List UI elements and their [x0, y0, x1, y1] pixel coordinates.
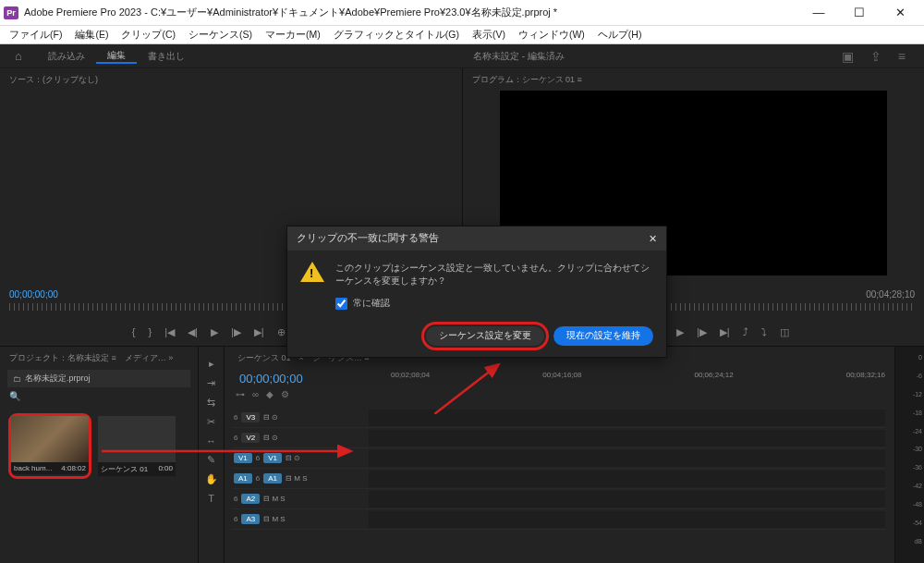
- ruler-mark: 00;08;32;16: [846, 371, 885, 384]
- project-name-row[interactable]: 🗀 名称未設定.prproj: [7, 370, 190, 387]
- marker-icon[interactable]: ◆: [266, 389, 274, 399]
- meter-mark: -12: [913, 391, 922, 398]
- always-confirm-label: 常に確認: [353, 298, 390, 310]
- hand-tool-icon[interactable]: ✋: [205, 473, 218, 485]
- meter-mark: -48: [913, 501, 922, 508]
- track-a3[interactable]: 6A3⊟ M S: [232, 509, 885, 530]
- program-timecode-right: 00;04;28;10: [866, 289, 915, 300]
- project-name-label: 名称未設定.prproj: [25, 373, 91, 385]
- menu-file[interactable]: ファイル(F): [4, 27, 67, 43]
- play-icon[interactable]: ▶: [676, 326, 684, 338]
- meter-mark: -54: [913, 520, 922, 526]
- menu-window[interactable]: ウィンドウ(W): [513, 27, 590, 43]
- meter-mark: -18: [913, 410, 922, 416]
- share-icon[interactable]: ⇪: [870, 49, 881, 64]
- change-sequence-settings-button[interactable]: シーケンス設定を変更: [426, 326, 544, 346]
- source-panel-label: ソース：(クリップなし): [9, 74, 453, 86]
- track-select-tool-icon[interactable]: ⇥: [207, 377, 215, 389]
- insert-icon[interactable]: ⊕: [277, 326, 286, 338]
- track-v2[interactable]: 6V2⊟ ⊙: [232, 428, 885, 448]
- ruler-mark: 00;06;24;12: [694, 371, 733, 384]
- maximize-button[interactable]: ☐: [839, 0, 880, 26]
- sequence-thumbnail: [98, 416, 176, 462]
- warning-icon: [300, 262, 324, 282]
- timeline-panel: シーケンス 01 × シーケンス… ≡ 00;00;00;00 00;02;08…: [225, 347, 894, 563]
- menu-edit[interactable]: 編集(E): [69, 27, 114, 43]
- go-out-icon[interactable]: ▶|: [254, 326, 264, 338]
- workspace-header: ⌂ 読み込み 編集 書き出し 名称未設定 - 編集済み ▣ ⇪ ≡: [0, 44, 924, 68]
- clip-item-video[interactable]: back hum... 4:08:02: [11, 416, 89, 476]
- clip-item-sequence[interactable]: シーケンス 01 0:00: [98, 416, 176, 476]
- selection-tool-icon[interactable]: ▸: [209, 358, 214, 370]
- step-fwd-icon[interactable]: |▶: [231, 326, 241, 338]
- home-icon[interactable]: ⌂: [0, 49, 37, 63]
- tab-import[interactable]: 読み込み: [37, 50, 96, 63]
- clip-duration: 4:08:02: [61, 464, 86, 472]
- timeline-tracks: 6V3⊟ ⊙ 6V2⊟ ⊙ V16V1⊟ ⊙ A16A1⊟ M S 6A2⊟ M…: [232, 408, 885, 530]
- dialog-message: このクリップはシーケンス設定と一致していません。クリップに合わせてシーケンスを変…: [335, 262, 653, 288]
- meter-mark: dB: [913, 538, 922, 545]
- minimize-button[interactable]: —: [798, 0, 839, 26]
- go-out-icon[interactable]: ▶|: [720, 326, 730, 338]
- go-in-icon[interactable]: |◀: [164, 326, 175, 338]
- clip-name: シーケンス 01: [101, 464, 148, 474]
- source-timecode[interactable]: 00;00;00;00: [9, 289, 58, 300]
- app-body: ⌂ 読み込み 編集 書き出し 名称未設定 - 編集済み ▣ ⇪ ≡ ソース：(ク…: [0, 44, 924, 563]
- menu-help[interactable]: ヘルプ(H): [592, 27, 648, 43]
- window-titlebar: Pr Adobe Premiere Pro 2023 - C:¥ユーザー¥Adm…: [0, 0, 924, 26]
- step-fwd-icon[interactable]: |▶: [697, 326, 707, 338]
- step-back-icon[interactable]: ◀|: [188, 326, 198, 338]
- extract-icon[interactable]: ⤵: [761, 326, 767, 338]
- keep-current-settings-button[interactable]: 現在の設定を維持: [553, 326, 653, 346]
- track-v3[interactable]: 6V3⊟ ⊙: [232, 408, 885, 428]
- clip-thumbnail: [11, 416, 89, 462]
- always-confirm-checkbox[interactable]: [335, 298, 347, 310]
- menu-clip[interactable]: クリップ(C): [116, 27, 181, 43]
- track-v1[interactable]: V16V1⊟ ⊙: [232, 448, 885, 469]
- meter-mark: -30: [913, 446, 922, 452]
- play-icon[interactable]: ▶: [211, 326, 218, 338]
- settings-icon[interactable]: ⚙: [281, 389, 289, 399]
- mark-out-icon[interactable]: }: [149, 326, 152, 338]
- workspace-menu-icon[interactable]: ≡: [898, 49, 906, 64]
- pen-tool-icon[interactable]: ✎: [207, 454, 215, 466]
- menu-sequence[interactable]: シーケンス(S): [183, 27, 258, 43]
- link-icon[interactable]: ∞: [252, 389, 259, 399]
- timeline-ruler[interactable]: 00;02;08;04 00;04;16;08 00;06;24;12 00;0…: [391, 371, 885, 384]
- close-button[interactable]: ✕: [880, 0, 920, 26]
- timeline-toggle-icons: ⊶ ∞ ◆ ⚙: [236, 389, 289, 399]
- track-a2[interactable]: 6A2⊟ M S: [232, 489, 885, 509]
- menu-marker[interactable]: マーカー(M): [260, 27, 326, 43]
- meter-mark: 0: [913, 354, 922, 361]
- meter-mark: -6: [913, 373, 922, 379]
- tab-export[interactable]: 書き出し: [137, 50, 196, 63]
- ruler-mark: 00;02;08;04: [391, 371, 430, 384]
- ripple-tool-icon[interactable]: ⇆: [207, 397, 215, 409]
- lift-icon[interactable]: ⤴: [743, 326, 748, 338]
- window-title: Adobe Premiere Pro 2023 - C:¥ユーザー¥Admini…: [24, 6, 798, 19]
- meter-mark: -42: [913, 483, 922, 489]
- bin-icon: 🗀: [13, 374, 21, 384]
- search-icon[interactable]: 🔍: [9, 391, 194, 401]
- ruler-mark: 00;04;16;08: [542, 371, 581, 384]
- quick-export-icon[interactable]: ▣: [842, 49, 854, 64]
- dialog-titlebar: クリップの不一致に関する警告 ✕: [287, 226, 666, 251]
- clip-duration: 0:00: [158, 464, 173, 474]
- project-panel: プロジェクト：名称未設定 ≡ メディア… » 🗀 名称未設定.prproj 🔍 …: [0, 347, 199, 563]
- meter-mark: -24: [913, 428, 922, 434]
- track-a1[interactable]: A16A1⊟ M S: [232, 469, 885, 489]
- audio-meter: 0 -6 -12 -18 -24 -30 -36 -42 -48 -54 dB: [894, 347, 924, 563]
- menu-view[interactable]: 表示(V): [467, 27, 511, 43]
- tab-edit[interactable]: 編集: [96, 49, 137, 64]
- program-panel-label: プログラム：シーケンス 01 ≡: [472, 74, 916, 86]
- dialog-close-icon[interactable]: ✕: [649, 233, 657, 244]
- slip-tool-icon[interactable]: ↔: [206, 435, 216, 447]
- mark-in-icon[interactable]: {: [132, 326, 136, 338]
- razor-tool-icon[interactable]: ✂: [207, 416, 215, 428]
- menu-graphics[interactable]: グラフィックとタイトル(G): [328, 27, 465, 43]
- project-panel-tabs[interactable]: プロジェクト：名称未設定 ≡ メディア… »: [4, 350, 194, 366]
- export-frame-icon[interactable]: ◫: [780, 326, 789, 338]
- type-tool-icon[interactable]: T: [208, 493, 214, 504]
- snap-icon[interactable]: ⊶: [236, 389, 245, 399]
- menu-bar: ファイル(F) 編集(E) クリップ(C) シーケンス(S) マーカー(M) グ…: [0, 26, 924, 44]
